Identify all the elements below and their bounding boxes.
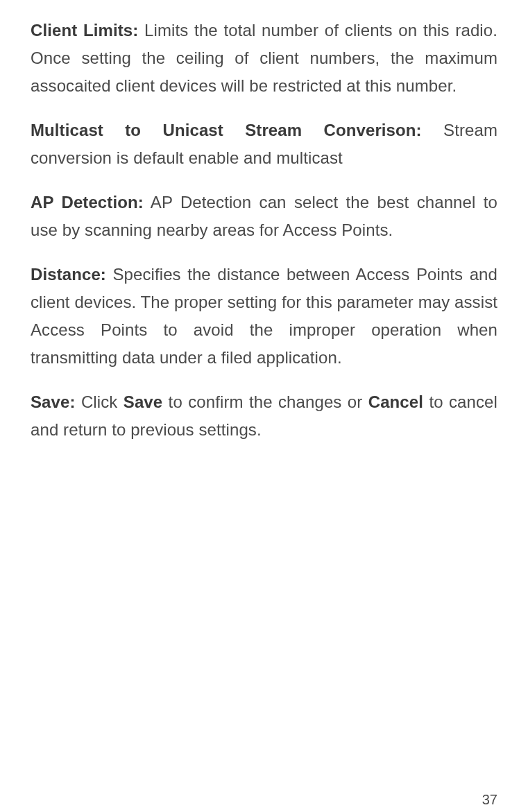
document-page: Client Limits: Limits the total number o… (0, 17, 528, 812)
paragraph-multicast: Multicast to Unicast Stream Converison: … (31, 116, 497, 172)
label-multicast: Multicast to Unicast Stream Converison: (31, 121, 422, 139)
label-ap-detection: AP Detection: (31, 193, 144, 211)
paragraph-ap-detection: AP Detection: AP Detection can select th… (31, 189, 497, 244)
bold-cancel: Cancel (368, 392, 423, 411)
paragraph-save: Save: Click Save to confirm the changes … (31, 388, 497, 444)
page-number: 37 (482, 792, 497, 808)
label-client-limits: Client Limits: (31, 21, 138, 40)
paragraph-client-limits: Client Limits: Limits the total number o… (31, 17, 497, 100)
paragraph-distance: Distance: Specifies the distance between… (31, 261, 497, 372)
bold-save: Save (124, 392, 162, 411)
label-distance: Distance: (31, 265, 106, 284)
text-save-before: Click (76, 392, 124, 411)
text-save-mid: to confirm the changes or (162, 392, 368, 411)
label-save: Save: (31, 392, 76, 411)
